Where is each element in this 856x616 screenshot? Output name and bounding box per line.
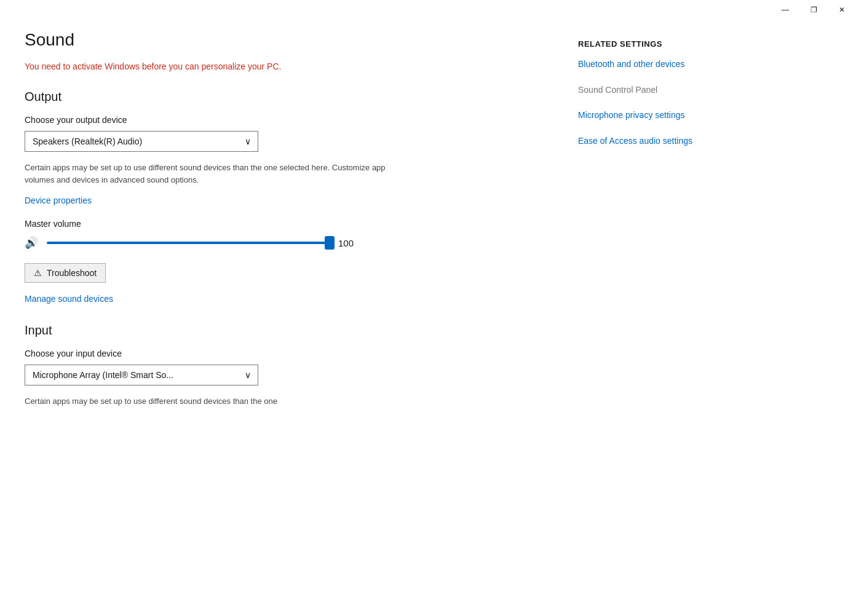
minimize-button[interactable]: —	[771, 0, 799, 20]
page-title: Sound	[25, 30, 529, 50]
volume-label: Master volume	[25, 219, 529, 229]
output-device-dropdown-wrapper: Speakers (Realtek(R) Audio) ∨	[25, 131, 258, 152]
activation-warning: You need to activate Windows before you …	[25, 61, 529, 71]
device-properties-link[interactable]: Device properties	[25, 195, 92, 205]
manage-sound-devices-link[interactable]: Manage sound devices	[25, 294, 113, 304]
slider-thumb[interactable]	[325, 236, 335, 250]
output-info-text: Certain apps may be set up to use differ…	[25, 162, 400, 188]
volume-value: 100	[338, 238, 360, 248]
output-device-select[interactable]: Speakers (Realtek(R) Audio)	[25, 131, 258, 152]
related-link-microphone-privacy[interactable]: Microphone privacy settings	[578, 109, 738, 122]
volume-slider[interactable]	[47, 237, 330, 249]
input-info-text: Certain apps may be set up to use differ…	[25, 395, 400, 408]
related-settings-heading: Related Settings	[578, 39, 738, 49]
input-device-dropdown-wrapper: Microphone Array (Intel® Smart So... ∨	[25, 365, 258, 385]
main-container: Sound You need to activate Windows befor…	[0, 0, 856, 616]
related-link-ease-of-access[interactable]: Ease of Access audio settings	[578, 135, 738, 148]
troubleshoot-button[interactable]: ⚠ Troubleshoot	[25, 263, 106, 283]
speaker-icon: 🔊	[25, 236, 38, 250]
title-bar: — ❐ ✕	[771, 0, 856, 20]
input-section: Input Choose your input device Microphon…	[25, 323, 529, 408]
close-button[interactable]: ✕	[828, 0, 856, 20]
related-link-sound-control-panel: Sound Control Panel	[578, 84, 738, 97]
slider-track	[47, 242, 330, 244]
warning-icon: ⚠	[34, 268, 42, 278]
volume-row: 🔊 100	[25, 236, 529, 250]
input-device-select[interactable]: Microphone Array (Intel® Smart So...	[25, 365, 258, 385]
related-link-bluetooth[interactable]: Bluetooth and other devices	[578, 58, 738, 71]
output-heading: Output	[25, 90, 529, 104]
output-device-label: Choose your output device	[25, 115, 529, 125]
restore-button[interactable]: ❐	[799, 0, 828, 20]
sidebar-area: Related Settings Bluetooth and other dev…	[529, 30, 738, 591]
troubleshoot-label: Troubleshoot	[47, 268, 97, 278]
input-heading: Input	[25, 323, 529, 338]
input-device-label: Choose your input device	[25, 349, 529, 358]
content-area: Sound You need to activate Windows befor…	[25, 30, 529, 591]
